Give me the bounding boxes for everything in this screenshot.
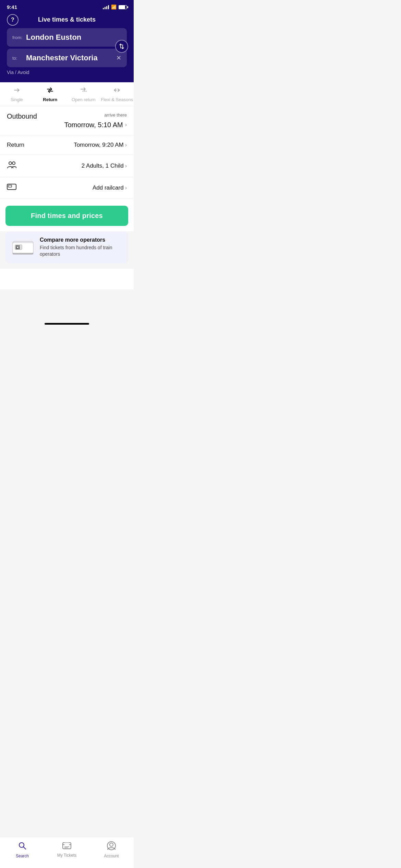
ticket-type-single[interactable]: Single — [0, 87, 34, 103]
outbound-label: Outbound — [7, 112, 37, 120]
railcard-label: Add railcard — [93, 184, 124, 191]
return-row[interactable]: Return Tomorrow, 9:20 AM › — [0, 135, 134, 155]
svg-rect-8 — [17, 245, 18, 246]
status-bar: 9:41 📶 — [0, 0, 134, 13]
return-right: Tomorrow, 9:20 AM › — [74, 142, 127, 148]
find-times-button[interactable]: Find times and prices — [5, 206, 128, 226]
open-return-icon — [80, 87, 87, 95]
return-icon — [46, 87, 54, 95]
outbound-chevron-icon: › — [125, 122, 127, 128]
single-icon — [13, 87, 21, 95]
status-icons: 📶 — [103, 4, 127, 10]
railcard-row[interactable]: Add railcard › — [0, 177, 134, 199]
passengers-value: 2 Adults, 1 Child — [82, 162, 124, 169]
arrive-label: arrive there — [104, 112, 127, 118]
compare-banner[interactable]: Compare more operators Find tickets from… — [5, 231, 128, 263]
ticket-type-flexi[interactable]: Flexi & Seasons — [100, 87, 134, 103]
single-label: Single — [11, 97, 23, 102]
passengers-chevron-icon: › — [125, 163, 127, 169]
main-content: Single Return Open return — [0, 82, 134, 320]
outbound-main: Tomorrow, 5:10 AM › — [7, 121, 127, 129]
to-value: Manchester Victoria — [26, 53, 113, 62]
battery-icon — [119, 5, 127, 9]
search-fields: from: London Euston to: Manchester Victo… — [7, 28, 127, 69]
flexi-icon — [113, 87, 121, 95]
to-label: to: — [12, 56, 23, 61]
railcard-icon — [7, 183, 16, 192]
home-indicator — [45, 323, 89, 325]
clear-to-button[interactable]: ✕ — [116, 54, 121, 62]
svg-point-0 — [9, 162, 12, 165]
help-button[interactable]: ? — [7, 14, 19, 26]
flexi-label: Flexi & Seasons — [101, 97, 133, 103]
header: ? Live times & tickets from: London Eust… — [0, 13, 134, 82]
outbound-row[interactable]: Outbound arrive there Tomorrow, 5:10 AM … — [0, 106, 134, 135]
wifi-icon: 📶 — [111, 4, 117, 10]
passengers-right: 2 Adults, 1 Child › — [82, 162, 127, 169]
outbound-top: Outbound arrive there — [7, 112, 127, 120]
to-field[interactable]: to: Manchester Victoria ✕ — [7, 49, 127, 67]
page-title: Live times & tickets — [38, 16, 96, 23]
return-chevron-icon: › — [125, 142, 127, 148]
via-avoid-link[interactable]: Via / Avoid — [7, 70, 29, 75]
svg-rect-14 — [19, 248, 20, 249]
compare-title: Compare more operators — [40, 237, 123, 243]
from-label: from: — [12, 35, 23, 40]
svg-rect-13 — [17, 248, 18, 249]
signal-icon — [103, 5, 109, 9]
from-field[interactable]: from: London Euston — [7, 28, 127, 47]
railcard-left — [7, 183, 16, 192]
svg-rect-3 — [8, 185, 12, 187]
passengers-row[interactable]: 2 Adults, 1 Child › — [0, 155, 134, 177]
ticket-type-selector: Single Return Open return — [0, 82, 134, 106]
swap-button[interactable] — [115, 40, 128, 53]
from-value: London Euston — [26, 33, 121, 42]
options-section: Outbound arrive there Tomorrow, 5:10 AM … — [0, 106, 134, 199]
svg-point-1 — [12, 162, 15, 165]
header-top: ? Live times & tickets — [7, 16, 127, 23]
return-label: Return — [7, 142, 24, 148]
svg-rect-7 — [16, 245, 17, 246]
passengers-left — [7, 161, 16, 171]
svg-rect-11 — [19, 247, 20, 248]
svg-rect-10 — [16, 247, 17, 248]
outbound-time: Tomorrow, 5:10 AM — [64, 121, 123, 129]
ticket-type-open-return[interactable]: Open return — [67, 87, 100, 103]
ticket-illustration-icon — [11, 238, 35, 257]
svg-rect-12 — [16, 248, 17, 249]
svg-rect-15 — [13, 253, 33, 254]
find-button-container: Find times and prices — [0, 199, 134, 231]
railcard-right: Add railcard › — [93, 184, 127, 191]
time-display: 9:41 — [7, 4, 17, 10]
ticket-type-return[interactable]: Return — [34, 87, 67, 103]
open-return-label: Open return — [72, 97, 95, 102]
passengers-icon — [7, 161, 16, 171]
compare-subtitle: Find tickets from hundreds of train oper… — [40, 244, 123, 258]
return-time: Tomorrow, 9:20 AM — [74, 142, 124, 148]
return-label: Return — [43, 97, 57, 102]
svg-rect-9 — [19, 245, 20, 246]
compare-text: Compare more operators Find tickets from… — [40, 237, 123, 258]
railcard-chevron-icon: › — [125, 185, 127, 191]
content-spacer — [0, 269, 134, 289]
